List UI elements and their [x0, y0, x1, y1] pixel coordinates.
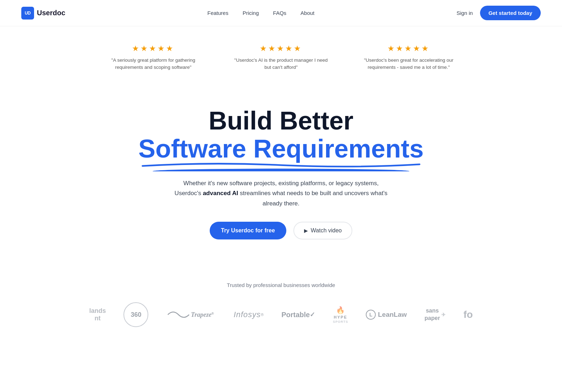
logo-text: Userdoc — [37, 9, 65, 17]
logo-link[interactable]: UD Userdoc — [21, 7, 65, 20]
hero-title: Build Better Software Requirements — [136, 107, 426, 169]
get-started-button[interactable]: Get started today — [480, 6, 541, 20]
nav-pricing[interactable]: Pricing — [243, 10, 259, 16]
nav-right: Sign in Get started today — [457, 6, 541, 20]
logo-leanlaw: L LeanLaw — [366, 310, 407, 320]
review-text-2: "Userdoc's AI is the product manager I n… — [231, 57, 331, 71]
trusted-label: Trusted by professional businesses world… — [0, 282, 562, 288]
stars-3: ★★★★★ — [359, 44, 458, 53]
logo-icon: UD — [21, 7, 34, 20]
svg-text:®: ® — [211, 312, 214, 315]
review-text-3: "Userdoc's been great for accelerating o… — [359, 57, 458, 71]
watch-video-button[interactable]: ▶ Watch video — [293, 222, 352, 239]
logo-infosys: Infosys® — [233, 310, 264, 319]
hero-title-line1: Build Better — [209, 106, 353, 135]
logo-partial-left: landsnt — [89, 307, 106, 322]
hero-title-line2: Software Requirements — [138, 135, 424, 169]
hero-buttons: Try Userdoc for free ▶ Watch video — [136, 222, 426, 239]
reviews-section: ★★★★★ "A seriously great platform for ga… — [68, 26, 494, 85]
nav-about[interactable]: About — [301, 10, 314, 16]
navbar: UD Userdoc Features Pricing FAQs About S… — [0, 0, 562, 26]
logo-sanspaper: sanspaper ✈ — [425, 307, 446, 322]
logo-portable: Portable✓ — [281, 311, 315, 319]
svg-text:Trapeze: Trapeze — [191, 311, 211, 318]
review-1: ★★★★★ "A seriously great platform for ga… — [104, 44, 203, 71]
nav-faqs[interactable]: FAQs — [273, 10, 287, 16]
hero-section: Build Better Software Requirements Wheth… — [121, 85, 441, 254]
review-text-1: "A seriously great platform for gatherin… — [104, 57, 203, 71]
logo-360: 360 — [123, 302, 148, 327]
stars-1: ★★★★★ — [104, 44, 203, 53]
logo-trapeze: Trapeze ® — [166, 308, 216, 322]
review-2: ★★★★★ "Userdoc's AI is the product manag… — [231, 44, 331, 71]
sign-in-button[interactable]: Sign in — [457, 10, 473, 16]
review-3: ★★★★★ "Userdoc's been great for accelera… — [359, 44, 458, 71]
try-free-button[interactable]: Try Userdoc for free — [210, 222, 286, 239]
logos-row: landsnt 360 Trapeze ® Infosys® Portable✓ — [0, 302, 562, 327]
logo-partial-right: fo — [463, 309, 473, 320]
play-icon: ▶ — [304, 228, 308, 233]
nav-links: Features Pricing FAQs About — [208, 10, 315, 16]
trusted-section: Trusted by professional businesses world… — [0, 254, 562, 338]
hero-subtitle: Whether it's new software projects, exis… — [171, 178, 391, 209]
stars-2: ★★★★★ — [231, 44, 331, 53]
logo-hype: 🔥 HYPE SPORTS — [333, 306, 348, 324]
nav-features[interactable]: Features — [208, 10, 228, 16]
